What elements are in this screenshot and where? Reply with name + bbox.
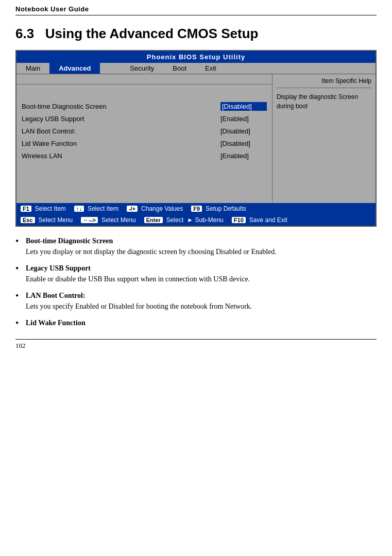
bios-right-panel: Item Specific Help Display the diagnosti… bbox=[272, 74, 376, 203]
bios-label-lid-wake: Lid Wake Function bbox=[22, 140, 220, 147]
section-heading: Using the Advanced CMOS Setup bbox=[45, 26, 259, 41]
header-title: Notebook User Guide bbox=[15, 5, 89, 13]
key-enter: Enter bbox=[144, 217, 163, 223]
bios-label-lan-boot: LAN Boot Control: bbox=[22, 127, 220, 135]
bios-label-wireless-lan: Wireless LAN bbox=[22, 152, 220, 160]
bullet-title-2: Legacy USB Support bbox=[26, 264, 250, 273]
bullet-desc-1: Lets you display or not display the diag… bbox=[26, 246, 277, 257]
bullet-title-4: Lid Wake Function bbox=[26, 319, 86, 327]
bullet-content-3: LAN Boot Control: Lets you specify Enabl… bbox=[26, 292, 252, 312]
bullet-desc-2: Enable or disable the USB Bus support wh… bbox=[26, 274, 250, 284]
section-number: 6.3 bbox=[15, 26, 34, 41]
bios-left-panel: Boot-time Diagnostic Screen [Disabled] L… bbox=[16, 74, 272, 203]
key-f10: F10 bbox=[232, 217, 246, 223]
key-plusminus: -/+ bbox=[127, 206, 138, 212]
key-f9: F9 bbox=[191, 206, 202, 212]
bullet-dot-4: • bbox=[15, 318, 26, 329]
page-footer: 102 bbox=[15, 339, 377, 350]
bios-value-boot-diag[interactable]: [Disabled] bbox=[220, 102, 267, 111]
footer-enter: Enter Select ► Sub-Menu bbox=[140, 215, 228, 225]
bullet-item-3: • LAN Boot Control: Lets you specify Ena… bbox=[15, 292, 377, 312]
footer-f10: F10 Save and Exit bbox=[228, 215, 292, 225]
bullet-item-4: • Lid Wake Function bbox=[15, 319, 377, 329]
bios-row-legacy-usb[interactable]: Legacy USB Support [Enabled] bbox=[16, 112, 272, 125]
footer-f9: F9 Setup Defaults bbox=[187, 204, 250, 213]
bios-body: Boot-time Diagnostic Screen [Disabled] L… bbox=[16, 74, 376, 203]
bios-row-wireless-lan[interactable]: Wireless LAN [Enabled] bbox=[16, 149, 272, 162]
bios-value-wireless-lan[interactable]: [Enabled] bbox=[220, 152, 267, 160]
bios-title: Phoenix BIOS Setup Utility bbox=[147, 53, 245, 61]
bios-value-lan-boot[interactable]: [Disabled] bbox=[220, 127, 267, 135]
bios-value-legacy-usb[interactable]: [Enabled] bbox=[220, 115, 267, 123]
bullet-title-3: LAN Boot Control: bbox=[26, 292, 252, 300]
bullet-list: • Boot-time Diagnostic Screen Lets you d… bbox=[15, 237, 377, 329]
footer-updown: ↑↓ Select Item bbox=[70, 204, 123, 213]
footer-esc: Esc Select Menu bbox=[16, 215, 77, 225]
bios-value-lid-wake[interactable]: [Disabled] bbox=[220, 140, 267, 147]
menu-item-boot[interactable]: Boot bbox=[163, 63, 196, 74]
bullet-item-1: • Boot-time Diagnostic Screen Lets you d… bbox=[15, 237, 377, 257]
section-title: 6.3 Using the Advanced CMOS Setup bbox=[15, 26, 377, 42]
bios-footer-row2: Esc Select Menu ←--> Select Menu Enter S… bbox=[16, 214, 376, 226]
menu-item-security[interactable]: Security bbox=[121, 63, 163, 74]
bios-label-boot-diag: Boot-time Diagnostic Screen bbox=[22, 103, 220, 110]
footer-f1: F1 Select Item bbox=[16, 204, 70, 213]
key-f1: F1 bbox=[21, 206, 31, 212]
menu-item-advanced[interactable]: Advanced bbox=[49, 63, 100, 74]
bios-footer: F1 Select Item ↑↓ Select Item -/+ Change… bbox=[16, 203, 376, 226]
key-esc: Esc bbox=[21, 217, 35, 223]
menu-item-main[interactable]: Main bbox=[16, 63, 49, 74]
footer-leftright: ←--> Select Menu bbox=[77, 215, 140, 225]
bullet-content-1: Boot-time Diagnostic Screen Lets you dis… bbox=[26, 237, 277, 257]
bios-row-lan-boot[interactable]: LAN Boot Control: [Disabled] bbox=[16, 125, 272, 137]
bios-footer-row1: F1 Select Item ↑↓ Select Item -/+ Change… bbox=[16, 203, 376, 214]
bios-label-legacy-usb: Legacy USB Support bbox=[22, 115, 220, 123]
bios-title-bar: Phoenix BIOS Setup Utility bbox=[16, 51, 376, 63]
bullet-dot-2: • bbox=[15, 263, 26, 274]
bios-help-text: Display the diagnostic Screen during boo… bbox=[277, 93, 358, 110]
bullet-item-2: • Legacy USB Support Enable or disable t… bbox=[15, 264, 377, 284]
bios-menu-bar[interactable]: Main Advanced Security Boot Exit bbox=[16, 63, 376, 74]
key-leftright: ←--> bbox=[81, 217, 98, 223]
bullet-dot-3: • bbox=[15, 291, 26, 301]
bios-help-header: Item Specific Help bbox=[321, 77, 371, 85]
bios-row-boot-diag[interactable]: Boot-time Diagnostic Screen [Disabled] bbox=[16, 100, 272, 112]
page-number: 102 bbox=[15, 342, 26, 349]
bullet-content-4: Lid Wake Function bbox=[26, 319, 86, 328]
bullet-desc-3: Lets you specify Enabled or Disabled for… bbox=[26, 301, 252, 312]
footer-change: -/+ Change Values bbox=[123, 204, 187, 213]
menu-item-exit[interactable]: Exit bbox=[196, 63, 226, 74]
bios-row-lid-wake[interactable]: Lid Wake Function [Disabled] bbox=[16, 137, 272, 149]
bullet-content-2: Legacy USB Support Enable or disable the… bbox=[26, 264, 250, 284]
bios-setup-panel: Phoenix BIOS Setup Utility Main Advanced… bbox=[15, 50, 377, 227]
bullet-title-1: Boot-time Diagnostic Screen bbox=[26, 237, 277, 245]
page-header: Notebook User Guide bbox=[15, 5, 377, 15]
key-updown: ↑↓ bbox=[74, 206, 84, 212]
bullet-dot-1: • bbox=[15, 236, 26, 247]
